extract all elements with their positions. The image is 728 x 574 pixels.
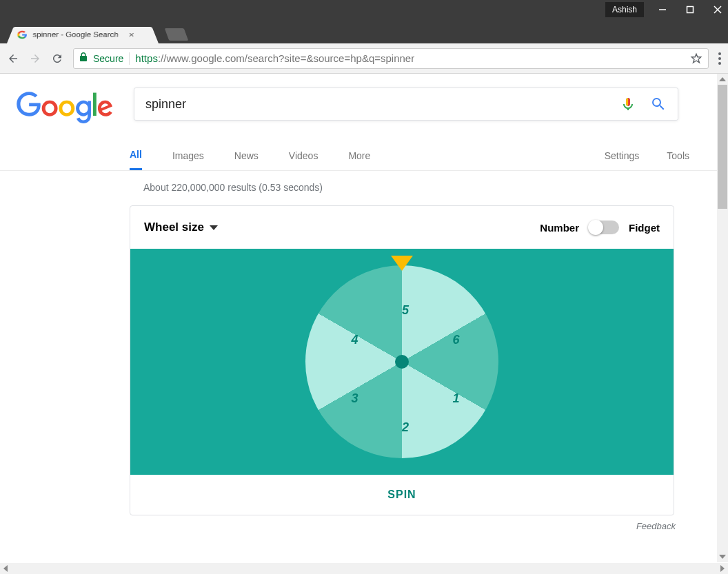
tab-all[interactable]: All bbox=[130, 141, 142, 170]
wheel-segment-1: 1 bbox=[453, 391, 460, 406]
window-titlebar: Ashish bbox=[0, 0, 728, 19]
page-content: All Images News Videos More Settings Too… bbox=[0, 74, 717, 562]
wheel-size-dropdown[interactable]: Wheel size bbox=[144, 221, 218, 234]
browser-menu-button[interactable] bbox=[718, 52, 721, 65]
secure-label: Secure bbox=[93, 53, 123, 64]
wheel-segment-4: 4 bbox=[351, 333, 358, 347]
tab-videos[interactable]: Videos bbox=[289, 141, 318, 170]
spin-area: 1 2 3 4 5 6 bbox=[130, 249, 674, 475]
browser-toolbar: Secure https://www.google.com/search?sit… bbox=[0, 43, 728, 74]
back-button[interactable] bbox=[7, 52, 19, 65]
minimize-button[interactable] bbox=[658, 5, 667, 14]
horizontal-scrollbar[interactable] bbox=[0, 563, 728, 574]
spinner-card: Wheel size Number Fidget 1 2 3 4 5 6 SPI… bbox=[130, 205, 674, 515]
search-nav: All Images News Videos More Settings Too… bbox=[0, 141, 717, 171]
user-badge: Ashish bbox=[605, 2, 644, 17]
tab-close-icon[interactable]: × bbox=[128, 30, 134, 39]
nav-tools[interactable]: Tools bbox=[667, 150, 689, 161]
number-mode-label: Number bbox=[540, 222, 579, 234]
reload-button[interactable] bbox=[51, 52, 63, 65]
search-icon[interactable] bbox=[650, 96, 667, 112]
tab-title: spinner - Google Search bbox=[32, 31, 119, 39]
google-favicon-icon bbox=[17, 30, 28, 39]
forward-button[interactable] bbox=[29, 52, 41, 65]
scroll-thumb[interactable] bbox=[718, 85, 727, 209]
fidget-mode-label: Fidget bbox=[629, 222, 660, 234]
wheel-segment-2: 2 bbox=[402, 420, 409, 435]
wheel-segment-3: 3 bbox=[351, 391, 358, 406]
tab-news[interactable]: News bbox=[234, 141, 259, 170]
tab-more[interactable]: More bbox=[348, 141, 370, 170]
mode-toggle[interactable] bbox=[589, 221, 619, 234]
separator bbox=[129, 52, 130, 65]
scroll-right-icon[interactable] bbox=[717, 563, 728, 574]
tab-images[interactable]: Images bbox=[172, 141, 204, 170]
close-button[interactable] bbox=[713, 5, 722, 14]
wheel-segment-6: 6 bbox=[453, 333, 460, 347]
search-box[interactable] bbox=[134, 88, 678, 121]
spinner-wheel[interactable]: 1 2 3 4 5 6 bbox=[305, 265, 498, 458]
wheel-segment-5: 5 bbox=[402, 303, 409, 318]
caret-down-icon bbox=[210, 225, 218, 230]
scroll-down-icon[interactable] bbox=[717, 551, 728, 562]
maximize-button[interactable] bbox=[685, 5, 695, 14]
bookmark-star-icon[interactable] bbox=[690, 52, 702, 65]
vertical-scrollbar[interactable] bbox=[717, 74, 728, 562]
result-stats: About 220,000,000 results (0.53 seconds) bbox=[0, 171, 717, 205]
wheel-hub bbox=[395, 355, 409, 369]
search-input[interactable] bbox=[145, 97, 620, 112]
nav-settings[interactable]: Settings bbox=[605, 150, 640, 161]
tab-strip: spinner - Google Search × bbox=[0, 19, 728, 43]
scroll-up-icon[interactable] bbox=[717, 74, 728, 85]
address-bar[interactable]: Secure https://www.google.com/search?sit… bbox=[73, 48, 709, 69]
wheel-size-label: Wheel size bbox=[144, 221, 204, 234]
spin-button[interactable]: SPIN bbox=[130, 475, 674, 515]
svg-rect-1 bbox=[687, 7, 694, 13]
new-tab-button[interactable] bbox=[165, 28, 189, 41]
google-logo[interactable] bbox=[17, 92, 113, 124]
lock-icon bbox=[79, 52, 88, 64]
browser-tab[interactable]: spinner - Google Search × bbox=[7, 27, 159, 43]
pointer-icon bbox=[391, 256, 413, 271]
scroll-left-icon[interactable] bbox=[0, 563, 11, 574]
feedback-link[interactable]: Feedback bbox=[0, 521, 676, 531]
url-text: https://www.google.com/search?site=&sour… bbox=[135, 52, 414, 64]
voice-search-icon[interactable] bbox=[620, 96, 636, 112]
